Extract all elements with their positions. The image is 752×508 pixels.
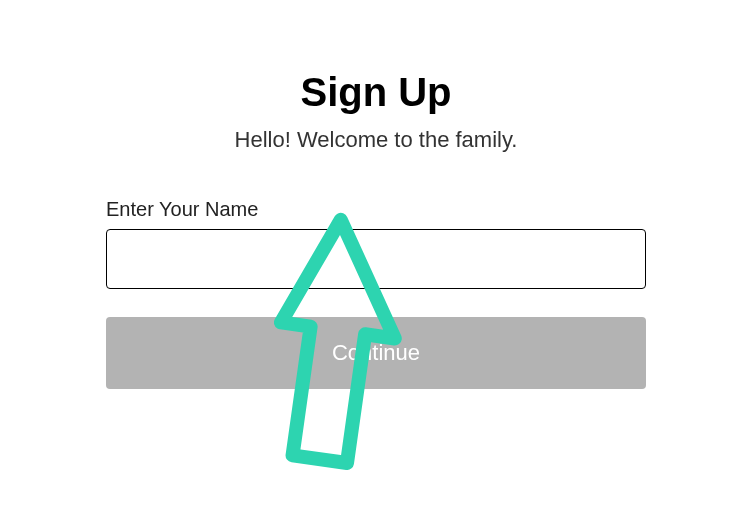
name-input[interactable]: [106, 229, 646, 289]
signup-form: Sign Up Hello! Welcome to the family. En…: [106, 0, 646, 389]
page-subtitle: Hello! Welcome to the family.: [106, 127, 646, 153]
page-title: Sign Up: [106, 70, 646, 115]
continue-button[interactable]: Continue: [106, 317, 646, 389]
name-label: Enter Your Name: [106, 198, 646, 221]
